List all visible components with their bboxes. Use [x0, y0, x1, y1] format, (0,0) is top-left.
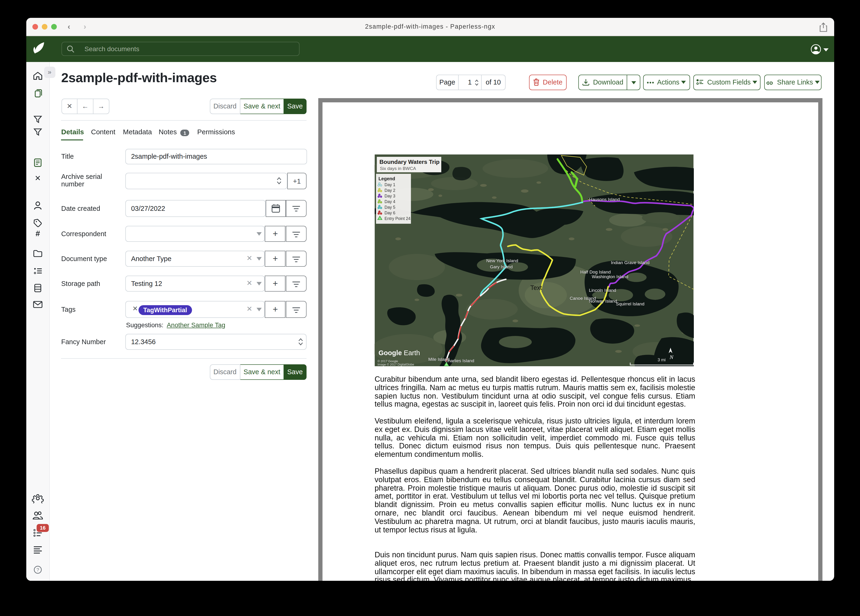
svg-text:Entry Point 24: Entry Point 24	[384, 216, 411, 221]
svg-text:Legend: Legend	[378, 176, 395, 181]
svg-text:Six days in BWCA: Six days in BWCA	[380, 166, 416, 171]
svg-text:Norway Island: Norway Island	[589, 299, 617, 303]
svg-text:Day 4: Day 4	[384, 199, 395, 204]
svg-text:New York Island: New York Island	[486, 258, 518, 263]
svg-text:?: ?	[36, 567, 39, 572]
svg-text:Washington Island: Washington Island	[592, 274, 628, 279]
svg-text:Text: Text	[530, 284, 542, 291]
svg-text:Charlies Island: Charlies Island	[445, 358, 474, 363]
svg-text:3 mi: 3 mi	[658, 357, 665, 362]
svg-text:Half Dog Island: Half Dog Island	[580, 269, 611, 274]
svg-text:Day 2: Day 2	[384, 188, 395, 193]
svg-text:Gary Island: Gary Island	[490, 264, 513, 269]
svg-text:Google Earth: Google Earth	[378, 349, 420, 356]
svg-text:Day 6: Day 6	[384, 211, 395, 215]
svg-text:Day 5: Day 5	[384, 205, 395, 209]
svg-text:Day 3: Day 3	[384, 193, 395, 198]
svg-text:© 2017 Google: © 2017 Google	[377, 359, 398, 363]
svg-text:Image © 2017 DigitalGlobe: Image © 2017 DigitalGlobe	[377, 363, 414, 366]
svg-text:Boundary Waters Trip: Boundary Waters Trip	[379, 159, 439, 165]
svg-text:Lincoln Island: Lincoln Island	[589, 288, 616, 292]
svg-text:Indian Grave Island: Indian Grave Island	[611, 260, 650, 265]
svg-text:Hausons Island: Hausons Island	[589, 197, 620, 202]
svg-text:N: N	[669, 354, 674, 360]
svg-text:Squirrel Island: Squirrel Island	[616, 301, 644, 306]
svg-text:Day 1: Day 1	[384, 182, 395, 187]
